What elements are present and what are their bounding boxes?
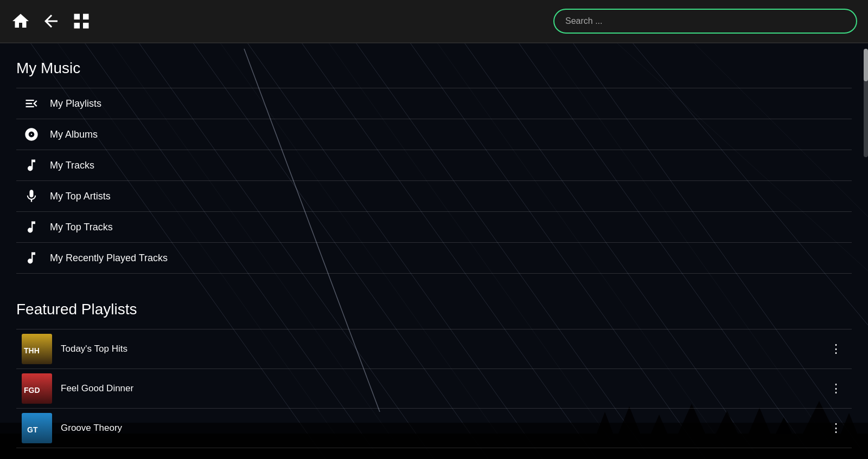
home-button[interactable] — [11, 11, 30, 31]
playlist-item-groove-theory[interactable]: GT Groove Theory ⋮ — [16, 409, 852, 448]
mic-icon — [22, 189, 41, 204]
menu-item-top-tracks-label: My Top Tracks — [50, 222, 113, 233]
grid-button[interactable] — [72, 11, 91, 31]
album-icon — [22, 127, 41, 142]
my-music-section: My Music My Playlists My Albums — [0, 43, 868, 274]
menu-item-recent-tracks[interactable]: My Recently Played Tracks — [16, 243, 852, 274]
my-music-title: My Music — [16, 60, 852, 77]
back-button[interactable] — [41, 11, 61, 31]
playlist-thumb-groove-theory: GT — [22, 413, 52, 443]
featured-playlists-title: Featured Playlists — [16, 301, 852, 318]
menu-item-top-artists-label: My Top Artists — [50, 191, 111, 202]
playlist-name-todays-top-hits: Today's Top Hits — [61, 344, 826, 354]
playlist-more-button-todays-top-hits[interactable]: ⋮ — [826, 340, 846, 358]
menu-item-playlists[interactable]: My Playlists — [16, 88, 852, 119]
playlist-name-feel-good-dinner: Feel Good Dinner — [61, 383, 826, 394]
playlist-thumb-todays-top-hits: THH — [22, 334, 52, 364]
menu-item-recent-tracks-label: My Recently Played Tracks — [50, 253, 168, 264]
playlist-name-groove-theory: Groove Theory — [61, 423, 826, 434]
playlist-item-feel-good-dinner[interactable]: FGD Feel Good Dinner ⋮ — [16, 369, 852, 409]
search-input[interactable] — [553, 9, 857, 34]
playlist-icon — [22, 96, 41, 111]
search-container — [553, 9, 857, 34]
tracks-music-note-icon — [22, 158, 41, 173]
menu-item-tracks[interactable]: My Tracks — [16, 150, 852, 181]
menu-item-top-artists[interactable]: My Top Artists — [16, 181, 852, 212]
home-icon — [11, 11, 30, 31]
svg-text:FGD: FGD — [24, 386, 40, 395]
svg-text:GT: GT — [27, 425, 38, 434]
featured-playlists-section: Featured Playlists THH Today's Top Hits … — [0, 285, 868, 448]
nav-icons — [11, 11, 91, 31]
scrollbar-thumb[interactable] — [864, 49, 868, 81]
navbar — [0, 0, 868, 43]
back-icon — [41, 11, 61, 31]
playlist-list: THH Today's Top Hits ⋮ FGD Feel Good Din… — [16, 329, 852, 448]
playlist-thumb-feel-good-dinner: FGD — [22, 373, 52, 404]
menu-item-playlists-label: My Playlists — [50, 98, 101, 109]
playlist-more-button-feel-good-dinner[interactable]: ⋮ — [826, 379, 846, 398]
my-music-list: My Playlists My Albums My Tracks — [16, 88, 852, 274]
menu-item-top-tracks[interactable]: My Top Tracks — [16, 212, 852, 243]
recent-tracks-music-note-icon — [22, 250, 41, 266]
playlist-more-button-groove-theory[interactable]: ⋮ — [826, 419, 846, 437]
menu-item-albums[interactable]: My Albums — [16, 119, 852, 150]
top-tracks-music-note-icon — [22, 219, 41, 235]
menu-item-albums-label: My Albums — [50, 129, 98, 140]
menu-item-tracks-label: My Tracks — [50, 160, 94, 171]
scrollbar-track[interactable] — [864, 49, 868, 157]
svg-text:THH: THH — [24, 346, 40, 355]
playlist-item-todays-top-hits[interactable]: THH Today's Top Hits ⋮ — [16, 329, 852, 369]
grid-icon — [72, 11, 91, 31]
